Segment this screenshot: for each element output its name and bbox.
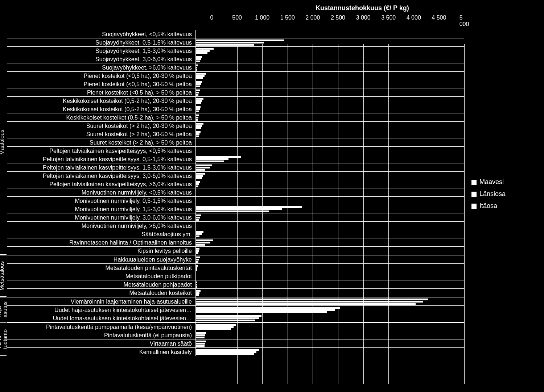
bars-cell	[196, 138, 464, 146]
row-label: Peltojen talviaikainen kasvipeitteisyys,…	[7, 172, 196, 180]
bar-track	[196, 47, 464, 55]
chart-row: Suojavyöhykkeet, >6,0% kaltevuus	[7, 63, 464, 71]
bars-cell	[196, 38, 464, 46]
chart-row: Suojavyöhykkeet, <0,5% kaltevuus	[7, 30, 464, 38]
bar-track	[196, 88, 464, 96]
legend-swatch	[471, 180, 477, 185]
bars-cell	[196, 331, 464, 339]
chart-row: Suojavyöhykkeet, 0,5-1,5% kaltevuus	[7, 38, 464, 46]
row-label: Uudet loma-asutuksen kiinteistökohtaiset…	[7, 314, 196, 322]
bar-maavesi	[196, 98, 203, 100]
chart-row: Säätösalaojitus ym.	[7, 230, 464, 238]
bar-maavesi	[196, 214, 201, 216]
x-tick: 500	[232, 14, 242, 21]
bar-maavesi	[196, 290, 201, 292]
bars-cell	[196, 255, 464, 263]
bar-maavesi	[196, 106, 201, 108]
bar-itäosa	[196, 337, 205, 338]
bars-cell	[196, 47, 464, 55]
legend-swatch	[471, 204, 477, 209]
row-label: Pienet kosteikot (<0,5 ha), 30-50 % pelt…	[7, 80, 196, 88]
bars-cell	[196, 113, 464, 121]
bar-itäosa	[196, 77, 203, 79]
chart-row: Keskikokoiset kosteikot (0,5-2 ha), > 50…	[7, 113, 464, 121]
bar-länsiosa	[196, 208, 282, 210]
bar-länsiosa	[196, 67, 197, 68]
bars-cell	[196, 339, 464, 347]
bars-cell	[196, 105, 464, 113]
row-label: Metsätalouden putkipadot	[7, 272, 196, 280]
bar-länsiosa	[196, 242, 210, 243]
bars-cell	[196, 180, 464, 188]
legend-label: Maavesi	[479, 178, 504, 186]
bars-cell	[196, 264, 464, 272]
category-label: Metsätalous	[0, 255, 7, 297]
chart-row: Suojavyöhykkeet, 1,5-3,0% kaltevuus	[7, 46, 464, 55]
legend-label: Itäosa	[479, 202, 497, 210]
bar-länsiosa	[196, 233, 202, 235]
bars-cell	[196, 163, 464, 171]
bar-maavesi	[196, 248, 199, 250]
x-tick: 2 500	[331, 14, 345, 21]
bar-länsiosa	[196, 217, 200, 218]
bar-länsiosa	[196, 108, 200, 110]
row-label: Kipsin levitys pelloille	[7, 247, 196, 255]
group-maatalous: MaatalousSuojavyöhykkeet, <0,5% kaltevuu…	[7, 30, 464, 255]
row-label: Virtaaman säätö	[7, 339, 196, 347]
bar-track	[196, 113, 464, 121]
chart-row: Ravinnetaseen hallinta / Optimaalinen la…	[7, 238, 464, 246]
bars-cell	[196, 97, 464, 105]
bar-track	[196, 289, 464, 297]
category-label: Turve- tuotanto	[0, 322, 7, 356]
bars-cell	[196, 30, 464, 38]
bar-itäosa	[196, 135, 199, 137]
chart-row: Uudet haja-asutuksen kiinteistökohtaiset…	[7, 305, 464, 314]
bar-maavesi	[196, 324, 236, 326]
chart-row: Peltojen talviaikainen kasvipeitteisyys,…	[7, 171, 464, 180]
bar-maavesi	[196, 239, 213, 241]
grid-line	[464, 44, 465, 384]
bar-itäosa	[196, 244, 205, 246]
bar-itäosa	[196, 119, 198, 121]
bar-itäosa	[196, 303, 416, 305]
bars-cell	[196, 247, 464, 255]
row-label: Keskikokoiset kosteikot (0,5-2 ha), > 50…	[7, 113, 196, 121]
chart-row: Suuret kosteikot (> 2 ha), 20-30 % pelto…	[7, 121, 464, 130]
bar-track	[196, 272, 464, 280]
bar-maavesi	[196, 307, 340, 309]
bars-cell	[196, 280, 464, 288]
x-tick: 3 000	[356, 14, 371, 21]
bar-itäosa	[196, 320, 255, 321]
bar-länsiosa	[196, 75, 205, 77]
chart-row: Keskikokoiset kosteikot (0,5-2 ha), 20-3…	[7, 96, 464, 105]
row-label: Pintavalutuskenttä (ei pumpausta)	[7, 331, 196, 339]
row-label: Keskikokoiset kosteikot (0,5-2 ha), 30-5…	[7, 105, 196, 113]
chart-row: Metsätalouden putkipadot	[7, 272, 464, 280]
row-label: Pienet kosteikot (<0,5 ha), 20-30 % pelt…	[7, 72, 196, 80]
bar-maavesi	[196, 156, 241, 158]
bar-länsiosa	[196, 309, 335, 311]
bar-itäosa	[196, 210, 269, 212]
bar-track	[196, 155, 464, 163]
bar-track	[196, 230, 464, 238]
x-tick: 1 000	[255, 14, 269, 21]
bar-track	[196, 331, 464, 339]
chart-row: Peltojen talviaikainen kasvipeitteisyys,…	[7, 180, 464, 188]
bar-track	[196, 297, 464, 305]
x-tick: 5 000	[459, 14, 469, 28]
row-label: Kemiallinen käsittely	[7, 348, 196, 356]
bar-itäosa	[196, 269, 197, 271]
chart-row: Suuret kosteikot (> 2 ha), 30-50 % pelto…	[7, 130, 464, 138]
legend-item-maavesi: Maavesi	[471, 178, 506, 186]
chart-row: Monivuotinen nurmiviljely, >6,0% kaltevu…	[7, 221, 464, 230]
bar-track	[196, 255, 464, 263]
bar-maavesi	[196, 341, 206, 342]
bars-cell	[196, 130, 464, 138]
bar-itäosa	[196, 44, 254, 46]
x-tick: 1 500	[280, 14, 295, 21]
row-label: Pintavalutuskenttä pumppaamalla (kesä/ym…	[7, 323, 196, 331]
category-label: Maatalous	[0, 30, 7, 255]
bar-track	[196, 138, 464, 146]
bar-itäosa	[196, 127, 201, 129]
bar-maavesi	[196, 206, 302, 208]
